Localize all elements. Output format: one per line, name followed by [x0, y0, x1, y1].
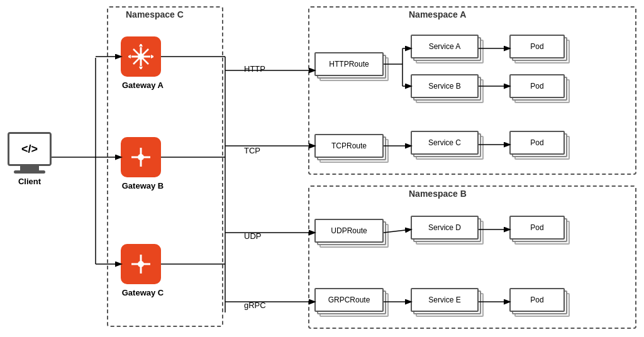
- udproute-to-svc-d: [384, 229, 411, 233]
- diagram: Namespace C Namespace A Namespace B </> …: [0, 0, 644, 337]
- connectors-svg: [0, 0, 644, 337]
